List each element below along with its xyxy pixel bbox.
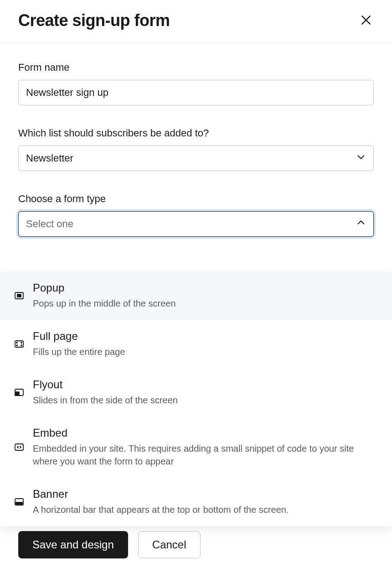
svg-rect-3 — [17, 294, 21, 297]
svg-rect-13 — [16, 502, 22, 504]
option-title: Flyout — [33, 378, 178, 391]
option-flyout[interactable]: Flyout Slides in from the side of the sc… — [0, 368, 392, 417]
svg-rect-11 — [15, 444, 23, 450]
option-title: Full page — [33, 330, 125, 343]
list-select-label: Which list should subscribers be added t… — [18, 127, 374, 139]
flyout-icon — [14, 387, 25, 398]
form-type-select[interactable]: Select one — [18, 211, 374, 237]
option-popup[interactable]: Popup Pops up in the middle of the scree… — [0, 271, 392, 320]
option-desc: Slides in from the side of the screen — [33, 394, 178, 407]
option-banner[interactable]: Banner A horizontal bar that appears at … — [0, 478, 392, 526]
option-title: Popup — [33, 282, 176, 294]
banner-icon — [14, 496, 25, 507]
option-desc: Pops up in the middle of the screen — [33, 297, 176, 310]
option-full-page[interactable]: Full page Fills up the entire page — [0, 320, 392, 368]
option-desc: Fills up the entire page — [33, 345, 125, 358]
close-icon — [360, 14, 372, 27]
option-desc: A horizontal bar that appears at the top… — [33, 503, 289, 516]
close-button[interactable] — [358, 12, 374, 29]
svg-rect-10 — [15, 392, 19, 396]
list-select[interactable]: Newsletter — [18, 146, 374, 171]
list-select-value: Newsletter — [26, 152, 73, 164]
svg-point-5 — [16, 342, 17, 343]
form-type-dropdown: Popup Pops up in the middle of the scree… — [0, 271, 392, 526]
form-type-placeholder: Select one — [26, 218, 73, 230]
save-and-design-button[interactable]: Save and design — [18, 531, 128, 558]
popup-icon — [14, 290, 25, 301]
page-title: Create sign-up form — [18, 11, 170, 30]
svg-point-8 — [21, 345, 22, 346]
svg-rect-4 — [15, 341, 23, 347]
svg-point-7 — [16, 345, 17, 346]
embed-icon — [14, 442, 25, 453]
fullpage-icon — [14, 339, 25, 349]
form-name-label: Form name — [18, 62, 374, 73]
chevron-up-icon — [356, 218, 366, 230]
option-desc: Embedded in your site. This requires add… — [33, 442, 378, 468]
option-title: Banner — [33, 488, 289, 501]
svg-point-6 — [21, 342, 22, 343]
option-embed[interactable]: Embed Embedded in your site. This requir… — [0, 417, 392, 478]
form-name-input[interactable] — [18, 80, 374, 105]
chevron-down-icon — [356, 152, 366, 165]
cancel-button[interactable]: Cancel — [138, 531, 201, 558]
option-title: Embed — [33, 427, 378, 439]
form-type-label: Choose a form type — [18, 193, 374, 205]
